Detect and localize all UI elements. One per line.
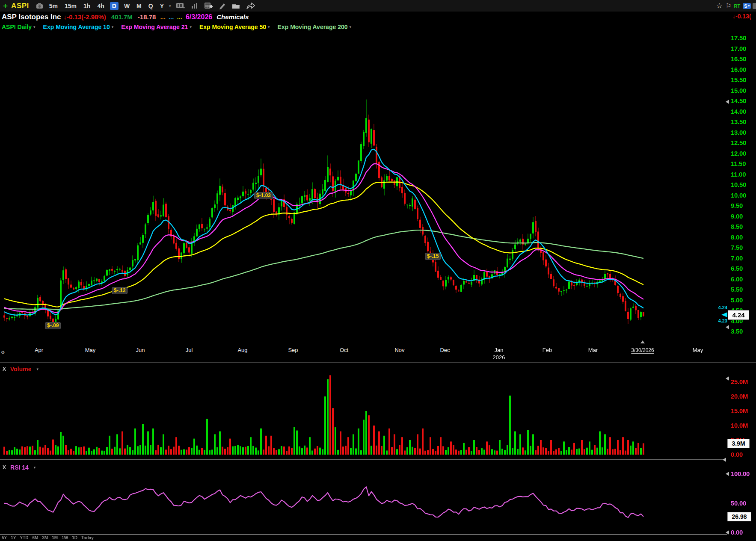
range-button-1w[interactable]: 1W — [62, 535, 68, 541]
indicators-add-icon[interactable] — [204, 2, 213, 9]
rsi-panel-title[interactable]: RSI 14 — [10, 464, 29, 471]
indicator-label-2[interactable]: Exp Moving Average 21 — [121, 24, 188, 30]
rsi-tick-label: 0.00 — [731, 529, 743, 536]
price-tick-label: 10.00 — [731, 192, 746, 199]
rsi-tick-label: 50.00 — [731, 500, 746, 507]
symbol-label[interactable]: ASPI — [11, 2, 29, 10]
chart-settings-icon[interactable] — [232, 3, 240, 9]
rsi-chart-canvas[interactable] — [0, 460, 756, 534]
chart-style-icon[interactable] — [176, 3, 185, 9]
volume-tick-label: 0.00 — [731, 451, 743, 458]
event-date: 6/3/2026 — [186, 13, 212, 21]
indicator-label-0[interactable]: ASPI Daily — [2, 24, 32, 30]
indicator-label-4[interactable]: Exp Moving Average 200 — [278, 24, 348, 30]
last-bar-pointer-icon — [640, 340, 645, 343]
flag-icon[interactable]: ⚐ — [726, 2, 731, 10]
last-date-label[interactable]: 3/30/2026 — [631, 347, 654, 354]
range-button-6m[interactable]: 6M — [32, 535, 38, 541]
indicator-dropdown-icon[interactable]: ▾ — [190, 25, 192, 29]
volume-tick-label: 20.0M — [731, 393, 748, 400]
timeframe-4h[interactable]: 4h — [97, 3, 104, 9]
volume-dropdown-icon[interactable]: ▾ — [37, 367, 39, 371]
add-symbol-icon[interactable]: + — [3, 2, 8, 10]
month-label-oct6: Oct — [340, 347, 348, 353]
volume-tick-label: 25.0M — [731, 378, 748, 385]
indicator-dropdown-icon[interactable]: ▾ — [268, 25, 270, 29]
volume-tick-label: 10.0M — [731, 422, 748, 429]
timeframe-15m[interactable]: 15m — [65, 3, 77, 9]
timeframe-Q[interactable]: Q — [148, 3, 153, 9]
timeframe-1h[interactable]: 1h — [83, 3, 90, 9]
month-label-may1: May — [85, 347, 96, 353]
range-button-ytd[interactable]: YTD — [20, 535, 28, 541]
indicator-dropdown-icon[interactable]: ▾ — [112, 25, 114, 29]
indicator-label-1[interactable]: Exp Moving Average 10 — [43, 24, 110, 30]
timeframe-W[interactable]: W — [124, 3, 130, 9]
change-right-clipped: ↓-0.13( — [732, 13, 751, 20]
price-chart-canvas[interactable] — [0, 31, 756, 344]
price-change: -0.13(-2.98%) — [67, 13, 106, 21]
trade-pnl-marker: $-1.03 — [254, 192, 273, 199]
price-tick-label: 17.50 — [731, 35, 746, 41]
range-button-today[interactable]: Today — [81, 535, 94, 541]
last-price-pointer-icon — [721, 312, 727, 317]
rsi-tick-label: 100.00 — [731, 470, 750, 477]
stat-dots-cyan: ... — [169, 13, 174, 21]
price-tick-label: 13.50 — [731, 118, 746, 125]
rsi-panel-header: X RSI 14 ▾ — [3, 464, 37, 471]
range-button-1y[interactable]: 1Y — [11, 535, 16, 541]
volume-close-button[interactable]: X — [3, 366, 6, 372]
indicator-legend-row: ASPI Daily▾Exp Moving Average 10▾Exp Mov… — [0, 22, 756, 31]
session-high-marker-icon — [726, 100, 729, 104]
indicator-label-3[interactable]: Exp Moving Average 50 — [199, 24, 266, 30]
rsi-close-button[interactable]: X — [3, 464, 6, 470]
session-low-marker-icon — [726, 325, 729, 329]
range-shortcut-row: 5Y1YYTD6M3M1M1W1DToday — [0, 535, 756, 541]
snapshot-icon[interactable] — [36, 3, 43, 9]
pan-chart-icon[interactable]: ‹› — [1, 348, 4, 356]
timeframe-D-selected[interactable]: D — [110, 2, 119, 10]
trading-app-window: { "toolbar": { "add_label": "+", "symbol… — [0, 0, 756, 541]
price-tick-label: 3.50 — [731, 328, 743, 335]
source-selector-badge[interactable]: S▾ — [743, 3, 751, 9]
volume-panel-title[interactable]: Volume — [10, 366, 32, 372]
date-axis[interactable]: ‹› 3/30/2026 AprMayJunJulAugSepOctNovDec… — [0, 344, 756, 363]
volume-chart-canvas[interactable] — [0, 363, 756, 460]
volume-bars-icon[interactable] — [191, 3, 198, 9]
bid-price-label: 4.23 — [711, 318, 727, 323]
price-tick-label: 16.50 — [731, 56, 746, 62]
month-label-apr0: Apr — [35, 347, 43, 353]
price-tick-label: 12.00 — [731, 150, 746, 157]
price-tick-label: 13.00 — [731, 129, 746, 136]
year-label: 2026 — [493, 354, 505, 361]
timeframe-5m[interactable]: 5m — [49, 3, 58, 9]
range-button-1d[interactable]: 1D — [72, 535, 77, 541]
timeframe-Y[interactable]: Y — [160, 3, 164, 9]
range-button-3m[interactable]: 3M — [42, 535, 48, 541]
favorite-icon[interactable]: ☆ — [716, 1, 723, 10]
range-button-5y[interactable]: 5Y — [2, 535, 7, 541]
price-tick-label: 15.00 — [731, 87, 746, 94]
month-label-sep5: Sep — [288, 347, 298, 353]
rsi-dropdown-icon[interactable]: ▾ — [34, 465, 36, 470]
price-tick-label: 14.00 — [731, 108, 746, 115]
timeframe-M[interactable]: M — [136, 3, 142, 9]
volume-high-marker-icon — [726, 376, 729, 381]
range-button-1m[interactable]: 1M — [52, 535, 58, 541]
indicator-dropdown-icon[interactable]: ▾ — [350, 25, 352, 29]
stat-dots-orange: ... — [160, 13, 166, 21]
drawing-tools-icon[interactable] — [219, 3, 226, 9]
price-tick-label: 5.50 — [731, 286, 743, 293]
month-label-may12: May — [693, 347, 703, 353]
sector-label: Chemicals — [216, 13, 249, 21]
clipped-toolbar-icon[interactable] — [753, 3, 756, 9]
price-tick-label: 14.50 — [731, 98, 746, 104]
timeframe-dropdown-icon[interactable]: ▾ — [169, 4, 171, 8]
month-label-jul3: Jul — [186, 347, 193, 353]
stat-dots-yellow: ... — [177, 13, 182, 21]
indicator-dropdown-icon[interactable]: ▾ — [33, 25, 36, 29]
share-icon[interactable] — [246, 3, 255, 9]
toolbar-right-group: ☆ ⚐ RT S▾ — [716, 0, 755, 12]
last-price-tag: 4.24 — [728, 310, 749, 320]
price-tick-label: 9.50 — [731, 202, 743, 209]
